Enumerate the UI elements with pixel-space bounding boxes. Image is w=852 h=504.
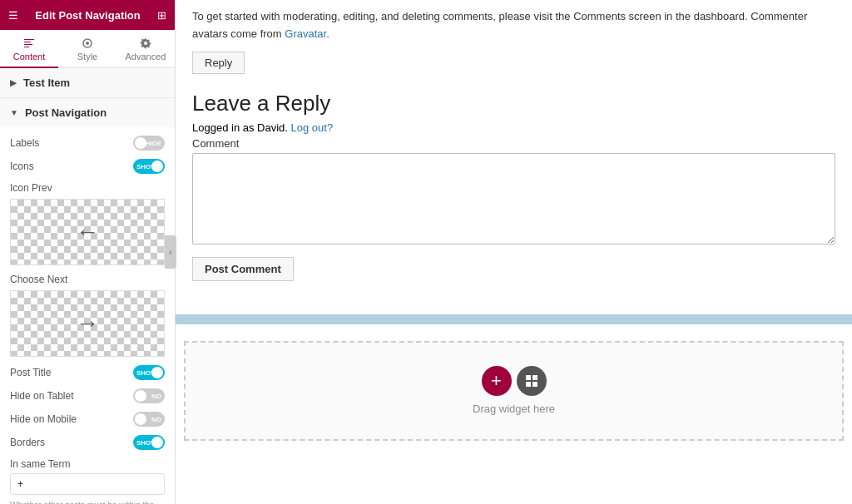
leave-reply-title: Leave a Reply xyxy=(192,91,835,116)
logout-link[interactable]: Log out? xyxy=(291,121,334,134)
svg-rect-6 xyxy=(532,382,537,387)
comment-textarea[interactable] xyxy=(192,153,835,245)
borders-toggle[interactable]: SHOW xyxy=(133,435,165,450)
widget-button[interactable] xyxy=(517,366,547,396)
icon-prev-preview[interactable]: ← xyxy=(10,199,165,265)
advanced-tab-icon xyxy=(139,37,152,50)
add-widget-button[interactable]: + xyxy=(482,366,512,396)
post-title-toggle-text: SHOW xyxy=(136,369,157,377)
logged-in-text: Logged in as David. Log out? xyxy=(192,121,835,134)
comment-label: Comment xyxy=(192,137,835,150)
drag-widget-area: + Drag widget here xyxy=(184,341,844,441)
in-same-term-help: Whether other posts must be within the s… xyxy=(10,500,165,504)
svg-rect-3 xyxy=(526,375,531,380)
svg-rect-4 xyxy=(532,375,537,380)
intro-text: To get started with moderating, editing,… xyxy=(192,8,835,43)
content-tab-icon xyxy=(22,37,36,50)
post-title-control: Post Title SHOW xyxy=(10,365,165,380)
post-navigation-body: Labels HIDE Icons SHOW Icon Pr xyxy=(0,127,175,504)
tab-content[interactable]: Content xyxy=(0,30,58,68)
hamburger-icon[interactable]: ☰ xyxy=(8,9,18,22)
post-title-label: Post Title xyxy=(10,367,51,378)
widget-icon xyxy=(524,373,539,388)
sidebar-header: ☰ Edit Post Navigation ⊞ xyxy=(0,0,175,30)
borders-control: Borders SHOW xyxy=(10,435,165,450)
borders-label: Borders xyxy=(10,437,45,448)
labels-label: Labels xyxy=(10,137,39,149)
hide-tablet-toggle-text: NO xyxy=(151,393,161,400)
icon-prev-control: Icon Prev ← xyxy=(10,182,165,265)
prev-arrow-icon: ← xyxy=(76,219,99,245)
hide-tablet-toggle[interactable]: NO xyxy=(133,388,165,403)
hide-mobile-toggle-text: NO xyxy=(151,416,161,423)
icon-prev-label: Icon Prev xyxy=(10,182,165,194)
icons-control: Icons SHOW xyxy=(10,159,165,174)
test-item-header[interactable]: ▶ Test Item xyxy=(0,68,175,97)
sidebar-collapse-handle[interactable]: ‹ xyxy=(165,235,176,269)
borders-toggle-text: SHOW xyxy=(136,439,157,447)
hide-mobile-control: Hide on Mobile NO xyxy=(10,412,165,427)
choose-next-label: Choose Next xyxy=(10,274,165,285)
tab-advanced[interactable]: Advanced xyxy=(116,30,175,68)
gravatar-link[interactable]: Gravatar xyxy=(285,27,326,40)
icons-toggle-text: SHOW xyxy=(136,163,157,170)
svg-point-1 xyxy=(86,42,89,45)
post-title-toggle[interactable]: SHOW xyxy=(133,365,165,380)
next-arrow-icon: → xyxy=(76,310,99,337)
hide-mobile-toggle[interactable]: NO xyxy=(133,412,165,427)
hide-mobile-knob xyxy=(135,413,146,425)
reply-button[interactable]: Reply xyxy=(192,52,245,74)
labels-toggle[interactable]: HIDE xyxy=(133,136,165,151)
sidebar-title: Edit Post Navigation xyxy=(18,9,157,22)
collapse-icon: ‹ xyxy=(169,248,171,257)
content-area: To get started with moderating, editing,… xyxy=(176,0,852,298)
icons-label: Icons xyxy=(10,161,34,172)
drag-widget-text: Drag widget here xyxy=(473,403,555,415)
choose-next-preview[interactable]: → xyxy=(10,290,165,357)
in-same-term-label: In same Term xyxy=(10,458,165,470)
post-nav-arrow-icon: ▼ xyxy=(10,108,18,117)
hide-mobile-label: Hide on Mobile xyxy=(10,413,77,425)
blue-bar xyxy=(176,314,852,324)
in-same-term-input[interactable] xyxy=(10,473,165,495)
post-navigation-section: ▼ Post Navigation Labels HIDE Icons SHOW xyxy=(0,98,175,504)
test-item-arrow-icon: ▶ xyxy=(10,78,17,87)
labels-control: Labels HIDE xyxy=(10,136,165,151)
grid-icon[interactable]: ⊞ xyxy=(157,9,166,22)
hide-tablet-label: Hide on Tablet xyxy=(10,390,74,402)
in-same-term-input-wrap xyxy=(10,473,165,495)
svg-rect-5 xyxy=(526,382,531,387)
hide-tablet-control: Hide on Tablet NO xyxy=(10,388,165,403)
plus-icon: + xyxy=(491,370,502,392)
post-navigation-header[interactable]: ▼ Post Navigation xyxy=(0,98,175,127)
post-comment-button[interactable]: Post Comment xyxy=(192,257,294,281)
drag-widget-icons: + xyxy=(482,366,547,396)
style-tab-icon xyxy=(81,37,94,50)
icons-toggle[interactable]: SHOW xyxy=(133,159,165,174)
test-item-section: ▶ Test Item xyxy=(0,68,175,98)
sidebar-tabs: Content Style Advanced xyxy=(0,30,175,68)
choose-next-control: Choose Next → xyxy=(10,274,165,357)
hide-tablet-knob xyxy=(135,390,146,402)
tab-style[interactable]: Style xyxy=(58,30,116,68)
post-navigation-label: Post Navigation xyxy=(25,106,106,119)
svg-point-2 xyxy=(144,42,147,45)
main-content: To get started with moderating, editing,… xyxy=(176,0,852,504)
in-same-term-control: In same Term Whether other posts must be… xyxy=(10,458,165,504)
labels-toggle-text: HIDE xyxy=(146,140,161,147)
test-item-label: Test Item xyxy=(23,77,70,89)
